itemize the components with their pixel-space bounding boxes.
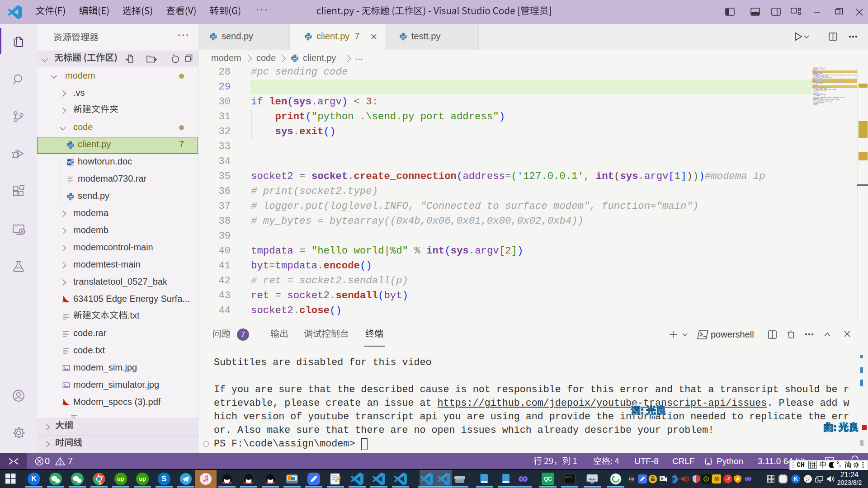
svg-text:powershell: powershell xyxy=(711,329,754,339)
svg-text:W: W xyxy=(67,160,71,164)
svg-text:C:\: C:\ xyxy=(566,475,572,479)
